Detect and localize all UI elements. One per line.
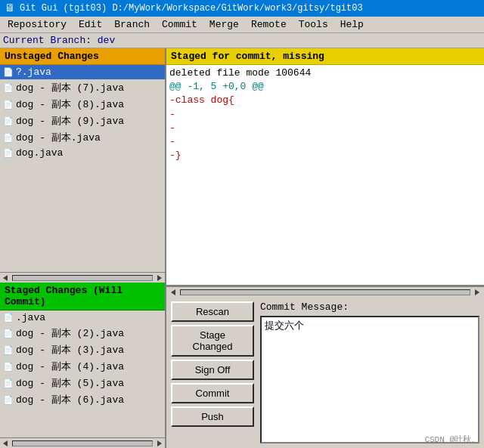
file-icon: 📄 bbox=[3, 313, 14, 323]
menu-item-commit[interactable]: Commit bbox=[156, 17, 203, 32]
svg-marker-5 bbox=[475, 289, 479, 295]
svg-marker-2 bbox=[3, 440, 8, 446]
file-icon: 📄 bbox=[3, 148, 14, 158]
push-button[interactable]: Push bbox=[171, 406, 254, 427]
file-icon: 📄 bbox=[3, 329, 14, 338]
svg-marker-4 bbox=[171, 289, 175, 295]
diff-header: Staged for commit, missing bbox=[166, 48, 484, 65]
unstaged-file-item[interactable]: 📄dog.java bbox=[0, 146, 165, 160]
file-name: dog - 副本.java bbox=[16, 131, 101, 144]
staged-file-item[interactable]: 📄.java bbox=[0, 311, 165, 325]
diff-line: - bbox=[169, 122, 481, 135]
file-icon: 📄 bbox=[3, 67, 14, 77]
sign-off-button[interactable]: Sign Off bbox=[171, 360, 254, 380]
left-panel: Unstaged Changes 📄?.java📄dog - 副本 (7).ja… bbox=[0, 48, 166, 448]
commit-buttons: Rescan Stage Changed Sign Off Commit Pus… bbox=[171, 301, 254, 443]
unstaged-file-wrapper: 📄?.java📄dog - 副本 (7).java📄dog - 副本 (8).j… bbox=[0, 65, 165, 272]
unstaged-section: Unstaged Changes 📄?.java📄dog - 副本 (7).ja… bbox=[0, 48, 165, 283]
diff-line: - bbox=[169, 108, 481, 122]
staged-hscroll[interactable] bbox=[0, 437, 165, 448]
scroll-left-icon2[interactable] bbox=[0, 439, 11, 448]
title-text: Git Gui (tgit03) D:/MyWork/Workspace/Git… bbox=[20, 3, 363, 14]
staged-list[interactable]: 📄.java📄dog - 副本 (2).java📄dog - 副本 (3).ja… bbox=[0, 311, 165, 437]
staged-file-wrapper: 📄.java📄dog - 副本 (2).java📄dog - 副本 (3).ja… bbox=[0, 311, 165, 437]
menu-item-edit[interactable]: Edit bbox=[73, 17, 108, 32]
staged-header: Staged Changes (Will Commit) bbox=[0, 283, 165, 311]
file-name: dog - 副本 (5).java bbox=[16, 376, 124, 390]
svg-marker-0 bbox=[3, 275, 8, 281]
file-name: dog - 副本 (3).java bbox=[16, 343, 124, 357]
file-name: dog - 副本 (6).java bbox=[16, 393, 124, 406]
commit-button[interactable]: Commit bbox=[171, 383, 254, 403]
unstaged-file-item[interactable]: 📄?.java bbox=[0, 65, 165, 79]
watermark: CSDN @叶秋。 bbox=[424, 434, 479, 445]
rescan-button[interactable]: Rescan bbox=[171, 301, 254, 322]
diff-hscroll[interactable] bbox=[166, 286, 484, 297]
unstaged-file-item[interactable]: 📄dog - 副本.java bbox=[0, 129, 165, 146]
branch-bar: Current Branch: dev bbox=[0, 33, 484, 48]
unstaged-file-item[interactable]: 📄dog - 副本 (7).java bbox=[0, 79, 165, 96]
svg-marker-3 bbox=[157, 440, 162, 446]
app-icon: 🖥 bbox=[5, 2, 15, 14]
staged-file-item[interactable]: 📄dog - 副本 (2).java bbox=[0, 325, 165, 341]
file-icon: 📄 bbox=[3, 395, 14, 405]
diff-scroll-left-icon[interactable] bbox=[168, 288, 178, 297]
scroll-right-icon[interactable] bbox=[154, 273, 165, 283]
unstaged-file-item[interactable]: 📄dog - 副本 (9).java bbox=[0, 113, 165, 129]
unstaged-hscroll[interactable] bbox=[0, 272, 165, 283]
file-name: dog - 副本 (2).java bbox=[16, 326, 124, 340]
file-name: dog - 副本 (4).java bbox=[16, 360, 124, 373]
commit-message-input[interactable] bbox=[260, 316, 479, 443]
scroll-left-icon[interactable] bbox=[0, 273, 11, 283]
menu-bar: RepositoryEditBranchCommitMergeRemoteToo… bbox=[0, 17, 484, 33]
commit-message-area: Commit Message: bbox=[260, 301, 479, 443]
unstaged-list[interactable]: 📄?.java📄dog - 副本 (7).java📄dog - 副本 (8).j… bbox=[0, 65, 165, 272]
staged-file-item[interactable]: 📄dog - 副本 (5).java bbox=[0, 375, 165, 391]
menu-item-merge[interactable]: Merge bbox=[203, 17, 245, 32]
commit-message-label: Commit Message: bbox=[260, 301, 479, 313]
staged-file-item[interactable]: 📄dog - 副本 (3).java bbox=[0, 341, 165, 358]
file-icon: 📄 bbox=[3, 83, 14, 93]
file-name: dog - 副本 (8).java bbox=[16, 97, 124, 111]
right-panel: Staged for commit, missing deleted file … bbox=[166, 48, 484, 448]
file-icon: 📄 bbox=[3, 100, 14, 110]
menu-item-remote[interactable]: Remote bbox=[245, 17, 293, 32]
diff-line: -} bbox=[169, 149, 481, 162]
diff-line: -class dog{ bbox=[169, 94, 481, 107]
branch-text: Current Branch: dev bbox=[3, 35, 115, 46]
file-name: .java bbox=[16, 312, 45, 323]
menu-item-help[interactable]: Help bbox=[334, 17, 370, 32]
file-name: ?.java bbox=[16, 66, 51, 78]
file-icon: 📄 bbox=[3, 345, 14, 355]
unstaged-file-item[interactable]: 📄dog - 副本 (8).java bbox=[0, 96, 165, 113]
svg-marker-1 bbox=[157, 275, 162, 281]
diff-area[interactable]: deleted file mode 100644@@ -1, 5 +0,0 @@… bbox=[166, 65, 484, 286]
menu-item-repository[interactable]: Repository bbox=[2, 17, 73, 32]
file-name: dog - 副本 (7).java bbox=[16, 81, 124, 94]
unstaged-header: Unstaged Changes bbox=[0, 48, 165, 65]
diff-line: @@ -1, 5 +0,0 @@ bbox=[169, 80, 481, 94]
staged-file-item[interactable]: 📄dog - 副本 (6).java bbox=[0, 391, 165, 408]
file-icon: 📄 bbox=[3, 116, 14, 126]
scroll-right-icon2[interactable] bbox=[154, 439, 165, 448]
file-name: dog - 副本 (9).java bbox=[16, 114, 124, 128]
diff-line: deleted file mode 100644 bbox=[169, 66, 481, 80]
title-bar: 🖥 Git Gui (tgit03) D:/MyWork/Workspace/G… bbox=[0, 0, 484, 17]
file-name: dog.java bbox=[16, 147, 63, 159]
commit-area: Rescan Stage Changed Sign Off Commit Pus… bbox=[166, 297, 484, 448]
menu-item-branch[interactable]: Branch bbox=[108, 17, 156, 32]
diff-scroll-right-icon[interactable] bbox=[472, 288, 482, 297]
file-icon: 📄 bbox=[3, 362, 14, 372]
diff-line: - bbox=[169, 135, 481, 149]
main-layout: Unstaged Changes 📄?.java📄dog - 副本 (7).ja… bbox=[0, 48, 484, 448]
menu-item-tools[interactable]: Tools bbox=[293, 17, 334, 32]
file-icon: 📄 bbox=[3, 378, 14, 388]
file-icon: 📄 bbox=[3, 133, 14, 143]
staged-section: Staged Changes (Will Commit) 📄.java📄dog … bbox=[0, 283, 165, 448]
staged-file-item[interactable]: 📄dog - 副本 (4).java bbox=[0, 358, 165, 375]
stage-changed-button[interactable]: Stage Changed bbox=[171, 325, 254, 357]
